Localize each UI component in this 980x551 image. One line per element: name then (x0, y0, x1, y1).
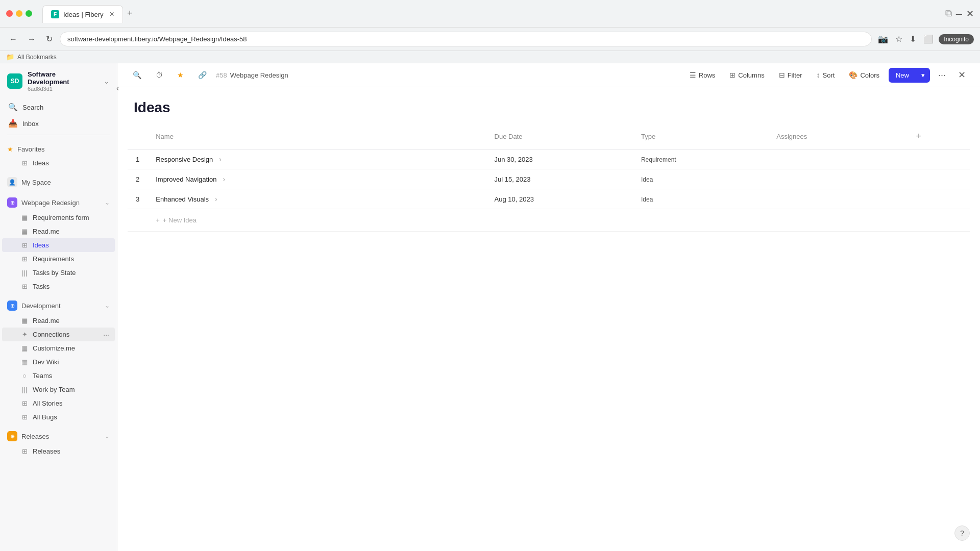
filter-btn[interactable]: ⊟ Filter (774, 68, 807, 82)
url-text: software-development.fibery.io/Webpage_R… (67, 35, 864, 43)
row-name-3[interactable]: Enhanced Visuals (156, 195, 209, 203)
row-date-3: Aug 10, 2023 (486, 189, 633, 209)
grid-icon: ⊞ (20, 399, 29, 407)
sidebar-inbox[interactable]: 📥 Inbox (0, 115, 117, 132)
th-name: Name (148, 124, 486, 149)
sort-label: Sort (823, 71, 835, 79)
address-bar[interactable]: software-development.fibery.io/Webpage_R… (60, 32, 872, 46)
maximize-window-btn[interactable] (26, 10, 32, 17)
minimize-window-btn[interactable] (16, 10, 22, 17)
expand-btn-3[interactable]: › (212, 194, 220, 204)
bar-chart-icon: ||| (20, 269, 29, 277)
sidebar-item-dev-wiki[interactable]: ▦ Dev Wiki (2, 355, 115, 369)
link-btn[interactable]: 🔗 (193, 68, 212, 82)
sidebar-item-customize[interactable]: ▦ Customize.me (2, 341, 115, 355)
sidebar-item-label: Ideas (33, 159, 49, 167)
sidebar-item-connections[interactable]: ✦ Connections ··· (2, 328, 115, 341)
workspace-header[interactable]: SD Software Development 6ad8d3d1 ⌄ (0, 63, 117, 99)
restore-btn[interactable]: ⧉ (945, 8, 952, 19)
releases-header[interactable]: ⊕ Releases ⌄ (0, 428, 117, 444)
close-panel-btn[interactable]: ✕ (954, 67, 970, 83)
sidebar-item-teams[interactable]: ○ Teams (2, 369, 115, 383)
star-btn[interactable]: ★ (172, 68, 189, 82)
new-idea-btn[interactable]: + + New Idea (156, 214, 197, 226)
releases-label: Releases (21, 433, 49, 440)
breadcrumb-id: #58 (216, 71, 227, 79)
incognito-badge[interactable]: Incognito (939, 34, 974, 44)
sort-btn[interactable]: ↕ Sort (812, 68, 840, 82)
extension-btn[interactable]: ⬜ (921, 32, 936, 46)
sidebar-item-work-by-team[interactable]: ||| Work by Team (2, 383, 115, 396)
colors-label: Colors (860, 71, 879, 79)
sidebar-item-favorites-ideas[interactable]: ⊞ Ideas (2, 156, 115, 170)
expand-btn-1[interactable]: › (216, 154, 225, 164)
bookmark-btn[interactable]: ☆ (893, 32, 904, 46)
breadcrumb-name[interactable]: Webpage Redesign (230, 71, 288, 79)
sidebar-item-label: Requirements (33, 255, 74, 263)
history-btn[interactable]: ⏱ (151, 68, 168, 82)
new-tab-btn[interactable]: + (123, 4, 137, 23)
more-options-btn[interactable]: ··· (934, 68, 950, 83)
row-name-2[interactable]: Improved Navigation (156, 176, 216, 183)
search-icon: 🔍 (8, 103, 17, 112)
my-space-icon: 👤 (7, 177, 17, 187)
row-type-3: Idea (633, 189, 768, 209)
development-header[interactable]: ⊕ Development ⌄ (0, 297, 117, 314)
sidebar-item-tasks-by-state[interactable]: ||| Tasks by State (2, 266, 115, 280)
sidebar-item-releases[interactable]: ⊞ Releases (2, 444, 115, 458)
favorites-star-icon: ★ (7, 145, 13, 153)
sidebar-item-label: Tasks (33, 283, 50, 290)
row-name-cell: Enhanced Visuals › (148, 189, 486, 209)
cast-btn[interactable]: 📷 (876, 32, 890, 46)
sidebar-item-readme[interactable]: ▦ Read.me (2, 224, 115, 238)
sidebar-item-dev-readme[interactable]: ▦ Read.me (2, 314, 115, 328)
close-btn-chrome[interactable]: ✕ (966, 8, 974, 19)
back-btn[interactable]: ← (6, 33, 20, 46)
sidebar-item-all-stories[interactable]: ⊞ All Stories (2, 396, 115, 410)
sidebar-item-label: Connections (33, 331, 69, 338)
doc-icon: ▦ (20, 358, 29, 366)
more-options-btn[interactable]: ··· (102, 330, 111, 339)
collapse-icon: ⌄ (105, 302, 110, 309)
window-controls (6, 10, 32, 17)
doc-icon: ▦ (20, 228, 29, 235)
plus-icon: + (156, 216, 160, 224)
development-icon: ⊕ (7, 300, 17, 311)
sidebar-search[interactable]: 🔍 Search (0, 99, 117, 115)
download-btn[interactable]: ⬇ (908, 32, 918, 46)
new-btn[interactable]: New (889, 68, 916, 83)
help-btn[interactable]: ? (954, 525, 970, 541)
history-icon: ⏱ (156, 71, 163, 79)
columns-btn[interactable]: ⊞ Columns (724, 68, 769, 82)
sidebar-item-ideas[interactable]: ⊞ Ideas (2, 238, 115, 252)
workspace-avatar: SD (7, 73, 22, 89)
favorites-header[interactable]: ★ Favorites (0, 142, 117, 156)
expand-btn-2[interactable]: › (219, 174, 228, 184)
my-space-section: 👤 My Space (0, 174, 117, 190)
grid-icon: ⊞ (20, 413, 29, 421)
row-num-2: 2 (128, 169, 148, 189)
close-window-btn[interactable] (6, 10, 13, 17)
sidebar-item-actions: ··· (102, 330, 111, 339)
new-btn-dropdown[interactable]: ▾ (916, 68, 930, 83)
active-tab[interactable]: F Ideas | Fibery × (42, 5, 123, 23)
rows-btn[interactable]: ☰ Rows (684, 68, 721, 82)
sidebar-item-requirements-form[interactable]: ▦ Requirements form (2, 211, 115, 224)
th-type: Type (633, 124, 768, 149)
row-name-1[interactable]: Responsive Design (156, 156, 213, 163)
th-assignees: Assignees (768, 124, 903, 149)
tab-close-btn[interactable]: × (110, 10, 114, 19)
colors-btn[interactable]: 🎨 Colors (844, 68, 885, 82)
sidebar-item-tasks[interactable]: ⊞ Tasks (2, 280, 115, 293)
my-space-header[interactable]: 👤 My Space (0, 174, 117, 190)
webpage-redesign-header[interactable]: ⊕ Webpage Redesign ⌄ (0, 194, 117, 211)
minimize-btn[interactable]: – (956, 7, 962, 20)
forward-btn[interactable]: → (24, 33, 39, 46)
collapse-sidebar-btn[interactable]: ‹ (117, 82, 123, 95)
sidebar-item-all-bugs[interactable]: ⊞ All Bugs (2, 410, 115, 424)
search-toolbar-btn[interactable]: 🔍 (128, 68, 146, 82)
sidebar-item-label: Read.me (33, 317, 60, 324)
add-column-btn[interactable]: + (912, 129, 926, 144)
refresh-btn[interactable]: ↻ (43, 32, 56, 46)
sidebar-item-requirements[interactable]: ⊞ Requirements (2, 252, 115, 266)
